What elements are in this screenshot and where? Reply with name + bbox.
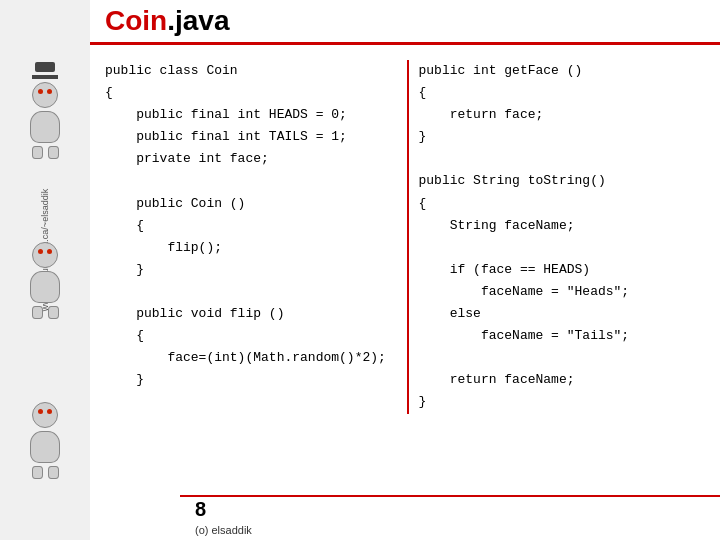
code-line: return face; (419, 104, 701, 126)
code-line: private int face; (105, 148, 387, 170)
foot-r-1 (48, 146, 59, 159)
code-line (419, 347, 701, 369)
foot-l-2 (32, 306, 43, 319)
head-3 (32, 402, 58, 428)
eye-l-1 (38, 89, 43, 94)
code-line: if (face == HEADS) (419, 259, 701, 281)
hat-top (35, 62, 55, 72)
code-line: public final int TAILS = 1; (105, 126, 387, 148)
code-line: { (419, 193, 701, 215)
code-line: public class Coin (105, 60, 387, 82)
copyright-text: (o) elsaddik (195, 524, 252, 536)
code-line: faceName = "Tails"; (419, 325, 701, 347)
code-line: flip(); (105, 237, 387, 259)
feet-2 (32, 306, 59, 319)
body-3 (30, 431, 60, 463)
eye-l-2 (38, 249, 43, 254)
main-content: Coin.java public class Coin{ public fina… (90, 0, 720, 540)
code-line (105, 281, 387, 303)
footer: 8 (o) elsaddik (180, 495, 720, 540)
head-1 (32, 82, 58, 108)
page-number: 8 (195, 498, 252, 521)
head-2 (32, 242, 58, 268)
footer-content: 8 (o) elsaddik (195, 498, 252, 539)
code-line: public int getFace () (419, 60, 701, 82)
feet-3 (32, 466, 59, 479)
code-line: } (105, 259, 387, 281)
body-2 (30, 271, 60, 303)
code-line: String faceName; (419, 215, 701, 237)
title-bar: Coin.java (90, 0, 720, 45)
figure-3 (30, 402, 60, 479)
title-suffix: .java (167, 5, 229, 36)
code-line (419, 237, 701, 259)
foot-l-3 (32, 466, 43, 479)
code-line: { (419, 82, 701, 104)
code-line: else (419, 303, 701, 325)
code-line: { (105, 215, 387, 237)
body-1 (30, 111, 60, 143)
code-area: public class Coin{ public final int HEAD… (90, 45, 720, 424)
feet-1 (32, 146, 59, 159)
sidebar: www.site.uottawa.ca/~elsaddik (0, 0, 90, 540)
foot-r-3 (48, 466, 59, 479)
foot-r-2 (48, 306, 59, 319)
foot-l-1 (32, 146, 43, 159)
left-code-column: public class Coin{ public final int HEAD… (105, 60, 397, 414)
code-line: { (105, 82, 387, 104)
code-line: } (105, 369, 387, 391)
eye-r-3 (47, 409, 52, 414)
figure-2 (30, 242, 60, 319)
eye-l-3 (38, 409, 43, 414)
code-column-divider (407, 60, 409, 414)
hat-brim (32, 75, 58, 79)
code-line: faceName = "Heads"; (419, 281, 701, 303)
code-line: public void flip () (105, 303, 387, 325)
code-line: public final int HEADS = 0; (105, 104, 387, 126)
code-line (419, 148, 701, 170)
code-line: public Coin () (105, 193, 387, 215)
code-line: } (419, 391, 701, 413)
page-title: Coin.java (105, 5, 230, 37)
figure-1 (30, 62, 60, 159)
eye-r-1 (47, 89, 52, 94)
code-line: } (419, 126, 701, 148)
code-line (105, 170, 387, 192)
code-line: face=(int)(Math.random()*2); (105, 347, 387, 369)
right-code-column: public int getFace (){ return face;} pub… (419, 60, 711, 414)
code-line: { (105, 325, 387, 347)
code-line: public String toString() (419, 170, 701, 192)
eye-r-2 (47, 249, 52, 254)
code-line: return faceName; (419, 369, 701, 391)
title-highlight: Coin (105, 5, 167, 36)
